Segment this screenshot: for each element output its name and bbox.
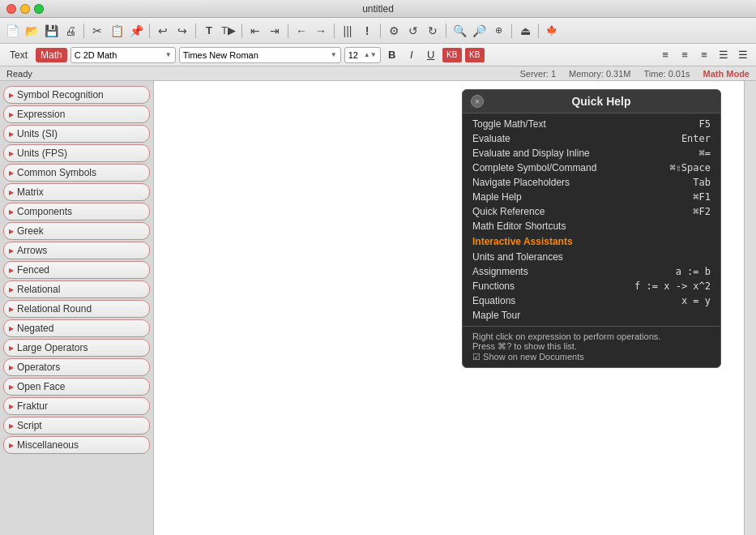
sidebar-item-label: Common Symbols — [17, 167, 96, 178]
sidebar: ▶Symbol Recognition▶Expression▶Units (SI… — [0, 81, 154, 535]
sidebar-item-9[interactable]: ▶Fenced — [3, 261, 150, 279]
sidebar-item-0[interactable]: ▶Symbol Recognition — [3, 86, 150, 104]
quick-help-popup: × Quick Help Toggle Math/TextF5EvaluateE… — [462, 89, 721, 368]
quick-help-table: Toggle Math/TextF5EvaluateEnterEvaluate … — [463, 113, 720, 326]
font-size-dropdown[interactable]: 12 ▲▼ — [344, 47, 381, 63]
redbox1-icon[interactable]: KB — [442, 48, 462, 62]
list-ordered-icon[interactable]: ☰ — [735, 47, 751, 63]
qh-assistant-3[interactable]: Equationsx = y — [463, 293, 720, 308]
font-dropdown[interactable]: Times New Roman ▼ — [179, 47, 341, 63]
sidebar-item-11[interactable]: ▶Relational Round — [3, 300, 150, 318]
sidebar-item-14[interactable]: ▶Operators — [3, 358, 150, 376]
sidebar-item-3[interactable]: ▶Units (FPS) — [3, 144, 150, 162]
text-mode-btn[interactable]: Text — [5, 48, 32, 62]
sidebar-item-15[interactable]: ▶Open Face — [3, 378, 150, 396]
list-unordered-icon[interactable]: ☰ — [715, 47, 732, 63]
copy-icon[interactable]: 📋 — [108, 22, 126, 40]
sidebar-arrow-icon: ▶ — [9, 403, 14, 410]
align-center-icon[interactable]: ≡ — [677, 47, 693, 63]
indent-icon[interactable]: ⇤ — [246, 22, 264, 40]
sidebar-item-18[interactable]: ▶Miscellaneous — [3, 436, 150, 454]
refresh2-icon[interactable]: ↻ — [424, 22, 442, 40]
undo-icon[interactable]: ↩ — [154, 22, 172, 40]
qh-shortcut-1: Enter — [681, 133, 711, 144]
quick-help-checkbox[interactable]: ☑ Show on new Documents — [472, 352, 584, 362]
print-icon[interactable]: 🖨 — [62, 22, 79, 40]
arrow-right-icon[interactable]: → — [312, 22, 330, 40]
bold-button[interactable]: B — [384, 47, 400, 63]
sidebar-item-label: Fraktur — [17, 400, 48, 412]
sidebar-item-label: Negated — [17, 323, 53, 334]
sidebar-item-10[interactable]: ▶Relational — [3, 280, 150, 298]
sidebar-item-12[interactable]: ▶Negated — [3, 319, 150, 337]
close-button[interactable] — [6, 4, 16, 14]
sidebar-item-2[interactable]: ▶Units (SI) — [3, 125, 150, 143]
toolbar-sep-3 — [195, 24, 196, 38]
sidebar-arrow-icon: ▶ — [9, 189, 14, 196]
toolbar-sep-7 — [380, 24, 381, 38]
sidebar-item-label: Script — [17, 420, 42, 431]
qh-row-7: Math Editor Shortcuts — [463, 219, 720, 233]
sidebar-item-16[interactable]: ▶Fraktur — [3, 397, 150, 415]
align-right-icon[interactable]: ≡ — [696, 47, 712, 63]
cut-icon[interactable]: ✂ — [88, 22, 106, 40]
window-controls[interactable] — [6, 4, 44, 14]
italic-button[interactable]: I — [404, 47, 420, 63]
sidebar-item-8[interactable]: ▶Arrows — [3, 242, 150, 259]
qh-assistant-1[interactable]: Assignmentsa := b — [463, 264, 720, 279]
content-area[interactable]: × Quick Help Toggle Math/TextF5EvaluateE… — [154, 81, 744, 535]
sidebar-item-label: Miscellaneous — [17, 439, 79, 451]
quick-help-checkbox-row[interactable]: ☑ Show on new Documents — [472, 352, 711, 362]
refresh-icon[interactable]: ↺ — [404, 22, 422, 40]
sidebar-item-6[interactable]: ▶Components — [3, 203, 150, 220]
export-icon[interactable]: ⏏ — [516, 22, 534, 40]
redbox2-icon[interactable]: KB — [465, 48, 485, 62]
sidebar-arrow-icon: ▶ — [9, 267, 14, 274]
qh-assistant-shortcut-1: a := b — [676, 266, 711, 277]
text-arrow-icon[interactable]: T▶ — [220, 22, 237, 40]
math-type-dropdown[interactable]: C 2D Math ▼ — [70, 47, 176, 63]
sidebar-item-7[interactable]: ▶Greek — [3, 222, 150, 240]
sidebar-item-17[interactable]: ▶Script — [3, 417, 150, 434]
outdent-icon[interactable]: ⇥ — [266, 22, 284, 40]
underline-button[interactable]: U — [423, 47, 439, 63]
qh-row-5: Maple Help⌘F1 — [463, 190, 720, 204]
maple-icon[interactable]: 🍁 — [543, 22, 561, 40]
columns-icon[interactable]: ||| — [339, 22, 357, 40]
toolbar-sep-1 — [83, 24, 84, 38]
sidebar-item-1[interactable]: ▶Expression — [3, 105, 150, 123]
qh-label-4: Navigate Placeholders — [472, 177, 570, 188]
zoom-fit-icon[interactable]: ⊕ — [489, 22, 507, 40]
qh-label-3: Complete Symbol/Command — [472, 162, 596, 173]
toolbar-sep-5 — [288, 24, 288, 38]
new-file-icon[interactable]: 📄 — [3, 22, 21, 40]
redo-icon[interactable]: ↪ — [173, 22, 191, 40]
maximize-button[interactable] — [34, 4, 44, 14]
zoom-in-icon[interactable]: 🔍 — [451, 22, 468, 40]
text-icon[interactable]: T — [200, 22, 218, 40]
math-mode-btn[interactable]: Math — [36, 48, 67, 62]
zoom-out-icon[interactable]: 🔎 — [470, 22, 488, 40]
sidebar-arrow-icon: ▶ — [9, 92, 14, 99]
sidebar-item-4[interactable]: ▶Common Symbols — [3, 164, 150, 182]
sidebar-arrow-icon: ▶ — [9, 442, 14, 449]
right-scrollbar[interactable] — [744, 81, 756, 535]
save-icon[interactable]: 💾 — [42, 22, 60, 40]
arrow-left-icon[interactable]: ← — [293, 22, 310, 40]
window-title: untitled — [362, 3, 394, 15]
sidebar-item-13[interactable]: ▶Large Operators — [3, 339, 150, 357]
sidebar-item-label: Open Face — [17, 381, 65, 392]
open-file-icon[interactable]: 📂 — [23, 22, 41, 40]
sidebar-arrow-icon: ▶ — [9, 383, 14, 391]
paste-icon[interactable]: 📌 — [127, 22, 145, 40]
quick-help-header: × Quick Help — [463, 90, 720, 113]
format-bar: Text Math C 2D Math ▼ Times New Roman ▼ … — [0, 44, 756, 66]
qh-assistant-2[interactable]: Functionsf := x -> x^2 — [463, 279, 720, 293]
quick-help-close-button[interactable]: × — [471, 95, 484, 108]
settings-icon[interactable]: ⚙ — [385, 22, 403, 40]
align-left-icon[interactable]: ≡ — [657, 47, 673, 63]
exclaim-icon[interactable]: ! — [358, 22, 376, 40]
status-info: Server: 1 Memory: 0.31M Time: 0.01s Math… — [519, 69, 750, 79]
sidebar-item-5[interactable]: ▶Matrix — [3, 183, 150, 201]
minimize-button[interactable] — [20, 4, 30, 14]
